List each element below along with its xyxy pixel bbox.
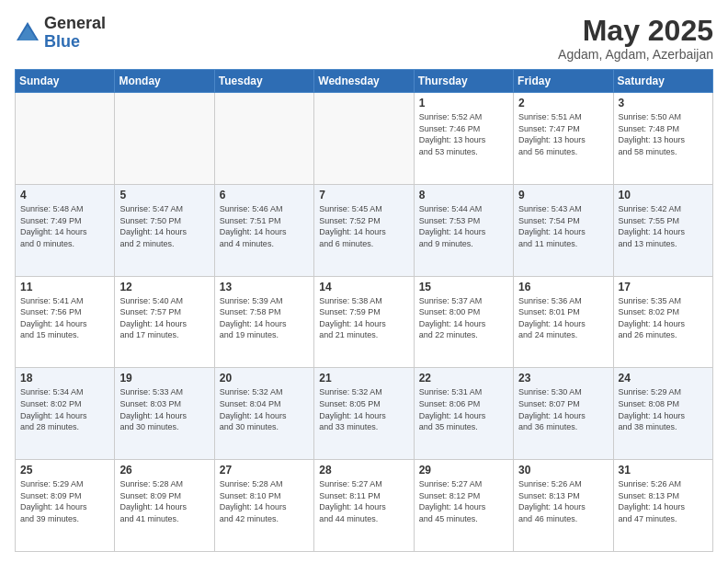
day-info: Sunrise: 5:27 AM Sunset: 8:12 PM Dayligh… (419, 478, 508, 524)
day-number: 21 (319, 372, 408, 385)
day-number: 14 (319, 281, 408, 293)
week-row-1: 1Sunrise: 5:52 AM Sunset: 7:46 PM Daylig… (16, 93, 713, 185)
day-cell: 22Sunrise: 5:31 AM Sunset: 8:06 PM Dayli… (414, 368, 513, 460)
day-number: 4 (20, 189, 109, 201)
day-cell (16, 93, 115, 185)
day-info: Sunrise: 5:29 AM Sunset: 8:08 PM Dayligh… (619, 386, 708, 432)
logo-blue: Blue (44, 33, 106, 52)
logo-text: General Blue (44, 15, 106, 52)
day-number: 28 (319, 464, 408, 477)
day-info: Sunrise: 5:36 AM Sunset: 8:01 PM Dayligh… (518, 295, 608, 341)
day-info: Sunrise: 5:34 AM Sunset: 8:02 PM Dayligh… (20, 386, 109, 432)
day-number: 29 (419, 464, 508, 477)
day-cell: 25Sunrise: 5:29 AM Sunset: 8:09 PM Dayli… (16, 460, 115, 552)
day-info: Sunrise: 5:30 AM Sunset: 8:07 PM Dayligh… (518, 386, 608, 432)
day-info: Sunrise: 5:26 AM Sunset: 8:13 PM Dayligh… (619, 478, 708, 524)
day-number: 30 (518, 464, 608, 477)
day-number: 17 (619, 281, 708, 293)
day-cell: 29Sunrise: 5:27 AM Sunset: 8:12 PM Dayli… (414, 460, 513, 552)
day-cell: 11Sunrise: 5:41 AM Sunset: 7:56 PM Dayli… (16, 276, 115, 368)
calendar-table: SundayMondayTuesdayWednesdayThursdayFrid… (15, 69, 713, 552)
day-cell: 16Sunrise: 5:36 AM Sunset: 8:01 PM Dayli… (514, 276, 613, 368)
day-info: Sunrise: 5:45 AM Sunset: 7:52 PM Dayligh… (319, 203, 408, 249)
day-cell: 18Sunrise: 5:34 AM Sunset: 8:02 PM Dayli… (16, 368, 115, 460)
day-cell: 5Sunrise: 5:47 AM Sunset: 7:50 PM Daylig… (115, 184, 214, 276)
day-info: Sunrise: 5:32 AM Sunset: 8:04 PM Dayligh… (220, 386, 309, 432)
day-number: 6 (220, 189, 309, 201)
day-number: 16 (518, 281, 608, 293)
day-cell: 19Sunrise: 5:33 AM Sunset: 8:03 PM Dayli… (115, 368, 214, 460)
title-block: May 2025 Agdam, Agdam, Azerbaijan (558, 15, 713, 62)
col-header-wednesday: Wednesday (314, 70, 414, 93)
day-cell: 9Sunrise: 5:43 AM Sunset: 7:54 PM Daylig… (514, 184, 613, 276)
day-info: Sunrise: 5:26 AM Sunset: 8:13 PM Dayligh… (518, 478, 608, 524)
day-cell: 24Sunrise: 5:29 AM Sunset: 8:08 PM Dayli… (613, 368, 712, 460)
day-info: Sunrise: 5:28 AM Sunset: 8:09 PM Dayligh… (119, 478, 209, 524)
day-cell: 14Sunrise: 5:38 AM Sunset: 7:59 PM Dayli… (314, 276, 414, 368)
day-number: 18 (20, 372, 109, 385)
day-cell: 2Sunrise: 5:51 AM Sunset: 7:47 PM Daylig… (514, 93, 613, 185)
calendar-subtitle: Agdam, Agdam, Azerbaijan (558, 47, 713, 62)
day-cell (214, 93, 313, 185)
day-cell: 23Sunrise: 5:30 AM Sunset: 8:07 PM Dayli… (514, 368, 613, 460)
week-row-2: 4Sunrise: 5:48 AM Sunset: 7:49 PM Daylig… (16, 184, 713, 276)
day-info: Sunrise: 5:48 AM Sunset: 7:49 PM Dayligh… (20, 203, 109, 249)
day-cell: 12Sunrise: 5:40 AM Sunset: 7:57 PM Dayli… (115, 276, 214, 368)
day-cell (115, 93, 214, 185)
week-row-4: 18Sunrise: 5:34 AM Sunset: 8:02 PM Dayli… (16, 368, 713, 460)
calendar-body: 1Sunrise: 5:52 AM Sunset: 7:46 PM Daylig… (16, 93, 713, 552)
day-number: 3 (619, 97, 708, 109)
day-info: Sunrise: 5:37 AM Sunset: 8:00 PM Dayligh… (419, 295, 508, 341)
day-info: Sunrise: 5:44 AM Sunset: 7:53 PM Dayligh… (419, 203, 508, 249)
logo-general: General (44, 15, 106, 33)
day-cell: 8Sunrise: 5:44 AM Sunset: 7:53 PM Daylig… (414, 184, 513, 276)
day-cell: 4Sunrise: 5:48 AM Sunset: 7:49 PM Daylig… (16, 184, 115, 276)
calendar-title: May 2025 (558, 15, 713, 47)
page: General Blue May 2025 Agdam, Agdam, Azer… (0, 0, 728, 563)
week-row-3: 11Sunrise: 5:41 AM Sunset: 7:56 PM Dayli… (16, 276, 713, 368)
day-number: 19 (119, 372, 209, 385)
day-number: 9 (518, 189, 608, 201)
col-header-saturday: Saturday (613, 70, 712, 93)
day-cell (314, 93, 414, 185)
day-number: 12 (119, 281, 209, 293)
logo-icon (15, 20, 40, 46)
day-cell: 3Sunrise: 5:50 AM Sunset: 7:48 PM Daylig… (613, 93, 712, 185)
day-info: Sunrise: 5:50 AM Sunset: 7:48 PM Dayligh… (619, 111, 708, 157)
col-header-thursday: Thursday (414, 70, 513, 93)
day-info: Sunrise: 5:31 AM Sunset: 8:06 PM Dayligh… (419, 386, 508, 432)
day-number: 1 (419, 97, 508, 109)
day-number: 13 (220, 281, 309, 293)
day-number: 24 (619, 372, 708, 385)
day-cell: 13Sunrise: 5:39 AM Sunset: 7:58 PM Dayli… (214, 276, 313, 368)
day-number: 25 (20, 464, 109, 477)
day-info: Sunrise: 5:39 AM Sunset: 7:58 PM Dayligh… (220, 295, 309, 341)
day-cell: 7Sunrise: 5:45 AM Sunset: 7:52 PM Daylig… (314, 184, 414, 276)
day-info: Sunrise: 5:28 AM Sunset: 8:10 PM Dayligh… (220, 478, 309, 524)
day-number: 23 (518, 372, 608, 385)
col-header-monday: Monday (115, 70, 214, 93)
day-info: Sunrise: 5:46 AM Sunset: 7:51 PM Dayligh… (220, 203, 309, 249)
day-number: 26 (119, 464, 209, 477)
calendar-header: SundayMondayTuesdayWednesdayThursdayFrid… (16, 70, 713, 93)
day-info: Sunrise: 5:47 AM Sunset: 7:50 PM Dayligh… (119, 203, 209, 249)
week-row-5: 25Sunrise: 5:29 AM Sunset: 8:09 PM Dayli… (16, 460, 713, 552)
day-info: Sunrise: 5:27 AM Sunset: 8:11 PM Dayligh… (319, 478, 408, 524)
day-info: Sunrise: 5:52 AM Sunset: 7:46 PM Dayligh… (419, 111, 508, 157)
day-cell: 1Sunrise: 5:52 AM Sunset: 7:46 PM Daylig… (414, 93, 513, 185)
day-cell: 15Sunrise: 5:37 AM Sunset: 8:00 PM Dayli… (414, 276, 513, 368)
day-cell: 28Sunrise: 5:27 AM Sunset: 8:11 PM Dayli… (314, 460, 414, 552)
day-cell: 10Sunrise: 5:42 AM Sunset: 7:55 PM Dayli… (613, 184, 712, 276)
day-info: Sunrise: 5:33 AM Sunset: 8:03 PM Dayligh… (119, 386, 209, 432)
day-number: 7 (319, 189, 408, 201)
day-info: Sunrise: 5:38 AM Sunset: 7:59 PM Dayligh… (319, 295, 408, 341)
day-info: Sunrise: 5:40 AM Sunset: 7:57 PM Dayligh… (119, 295, 209, 341)
day-number: 2 (518, 97, 608, 109)
day-cell: 6Sunrise: 5:46 AM Sunset: 7:51 PM Daylig… (214, 184, 313, 276)
day-info: Sunrise: 5:43 AM Sunset: 7:54 PM Dayligh… (518, 203, 608, 249)
day-number: 11 (20, 281, 109, 293)
header-row: SundayMondayTuesdayWednesdayThursdayFrid… (16, 70, 713, 93)
day-cell: 26Sunrise: 5:28 AM Sunset: 8:09 PM Dayli… (115, 460, 214, 552)
day-cell: 31Sunrise: 5:26 AM Sunset: 8:13 PM Dayli… (613, 460, 712, 552)
day-number: 22 (419, 372, 508, 385)
